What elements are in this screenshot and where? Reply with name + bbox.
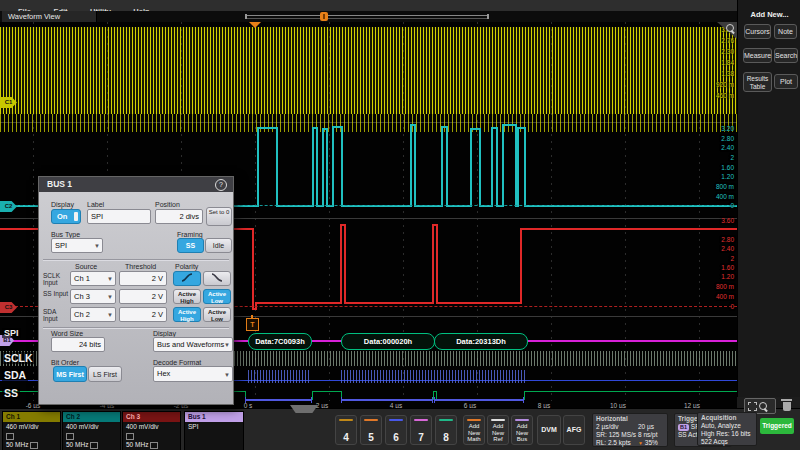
horizontal-scale: 2 µs/div	[596, 423, 638, 431]
framing-idle-button[interactable]: Idle	[205, 238, 232, 253]
chevron-down-icon: ▼	[107, 291, 113, 304]
trigger-source-badge: B1	[678, 424, 689, 431]
framing-label: Framing	[177, 231, 203, 238]
divider	[43, 259, 229, 260]
label-label: Label	[87, 201, 104, 208]
ch2-badge[interactable]: Ch 2 400 mV/div 50 MHz	[62, 411, 121, 450]
chevron-down-icon: ▼	[107, 273, 113, 286]
sclk-source-dropdown[interactable]: Ch 1▼	[70, 271, 116, 286]
ch2-bandwidth: 50 MHz	[66, 441, 88, 448]
ch1-scale-label: 460 m	[716, 92, 734, 100]
divider	[43, 327, 229, 328]
probe-icon	[126, 433, 134, 440]
ss-source-dropdown[interactable]: Ch 3▼	[70, 289, 116, 304]
ch6-button[interactable]: 6	[385, 415, 407, 445]
ch7-button[interactable]: 7	[410, 415, 432, 445]
ss-input-label: SS Input	[43, 290, 69, 297]
measure-button[interactable]: Measure	[743, 48, 772, 63]
horizontal-panel[interactable]: Horizontal 2 µs/div20 µs SR: 125 MS/s8 n…	[592, 413, 668, 447]
source-column-header: Source	[75, 263, 97, 270]
probe-icon	[6, 433, 14, 440]
sda-active-high-button[interactable]: Active High	[173, 307, 201, 322]
search-button[interactable]: Search	[774, 48, 798, 63]
word-size-input[interactable]: 24 bits	[51, 337, 105, 352]
set-to-zero-button[interactable]: Set to 0	[206, 207, 232, 226]
bus1-type: SPI	[185, 422, 243, 431]
sclk-label: SCLK	[2, 352, 35, 364]
cursors-button[interactable]: Cursors	[744, 24, 771, 39]
ss-active-low-button[interactable]: Active Low	[203, 289, 231, 304]
display-mode-label: Display	[153, 330, 176, 337]
ch1-scale-label: 1.38	[721, 70, 734, 78]
bus-color-stripe	[515, 419, 529, 421]
polarity-falling-button[interactable]	[203, 271, 231, 286]
tab-waveform-view[interactable]: Waveform View	[2, 11, 97, 22]
sda-label: SDA	[2, 369, 28, 381]
trigger-event-marker[interactable]: T	[246, 318, 259, 331]
sda-active-low-button[interactable]: Active Low	[203, 307, 231, 322]
add-new-bus-button[interactable]: Add New Bus	[511, 415, 533, 445]
note-button[interactable]: Note	[774, 24, 797, 39]
position-input[interactable]: 2 divs	[155, 209, 203, 224]
trigger-position-marker[interactable]	[320, 12, 328, 21]
sclk-source-value: Ch 1	[74, 274, 90, 283]
ch3-badge[interactable]: Ch 3 400 mV/div 50 MHz	[122, 411, 181, 450]
add-new-math-button[interactable]: Add New Math	[463, 415, 485, 445]
ms-first-button[interactable]: MS First	[53, 366, 87, 382]
bus1-badge[interactable]: Bus 1 SPI	[184, 411, 244, 450]
framing-ss-button[interactable]: SS	[177, 238, 204, 253]
trash-icon[interactable]	[780, 398, 793, 412]
time-label: 6 µs	[453, 402, 487, 408]
bus-label-input[interactable]: SPI	[87, 209, 151, 224]
dvm-button[interactable]: DVM	[537, 415, 561, 445]
ch3-scale-label: 1.60	[721, 264, 734, 272]
sclk-threshold-input[interactable]: 2 V	[119, 271, 167, 286]
horizontal-span: 20 µs	[638, 423, 654, 431]
frame-extent-bar	[434, 399, 524, 401]
ch8-button[interactable]: 8	[435, 415, 457, 445]
horizontal-position-slider[interactable]	[245, 14, 489, 19]
ch3-scale-label: 2	[730, 255, 734, 263]
ch1-badge[interactable]: Ch 1 460 mV/div 50 MHz	[2, 411, 61, 450]
ch5-button[interactable]: 5	[360, 415, 382, 445]
bus1-badge-title: Bus 1	[185, 412, 243, 422]
ch4-button[interactable]: 4	[335, 415, 357, 445]
frame-extent-bar	[245, 399, 312, 401]
ch2-scale-setting: 400 mV/div	[63, 422, 120, 431]
ch1-scale-setting: 460 mV/div	[3, 422, 60, 431]
sda-threshold-input[interactable]: 2 V	[119, 307, 167, 322]
bus-decode-frame: Data:7C0093h	[248, 333, 312, 350]
decode-format-value: Hex	[157, 369, 170, 378]
ch1-scale-label: 2.76	[721, 37, 734, 45]
plot-button[interactable]: Plot	[774, 74, 798, 89]
acquisition-panel[interactable]: Acquisition Auto, Analyze High Res: 16 b…	[697, 412, 757, 446]
bus-type-dropdown[interactable]: SPI▼	[51, 238, 103, 253]
sda-activity	[248, 370, 310, 383]
display-toggle[interactable]: On	[51, 209, 81, 224]
results-table-button[interactable]: Results Table	[743, 72, 772, 92]
decode-format-dropdown[interactable]: Hex▼	[153, 366, 233, 382]
record-length: RL: 2.5 kpts	[596, 439, 638, 447]
ss-active-high-button[interactable]: Active High	[173, 289, 201, 304]
display-mode-dropdown[interactable]: Bus and Waveforms▼	[153, 337, 233, 352]
afg-button[interactable]: AFG	[563, 415, 585, 445]
bandwidth-icon	[30, 442, 38, 449]
ch3-scale-label: 1.20	[721, 273, 734, 281]
bus-decode-frame: Data:20313Dh	[434, 333, 528, 350]
horizontal-title: Horizontal	[596, 415, 664, 423]
ls-first-button[interactable]: LS First	[88, 366, 122, 382]
add-new-ref-button[interactable]: Add New Ref	[487, 415, 509, 445]
ch1-scale-label: 2.30	[721, 48, 734, 56]
ch2-scale-label: 1.60	[721, 164, 734, 172]
ch3-bandwidth: 50 MHz	[126, 441, 148, 448]
sda-source-dropdown[interactable]: Ch 2▼	[70, 307, 116, 322]
help-icon[interactable]: ?	[215, 179, 227, 191]
sda-activity	[434, 370, 526, 383]
ss-threshold-input[interactable]: 2 V	[119, 289, 167, 304]
trigger-position-percent: 35%	[645, 439, 658, 446]
polarity-rising-button[interactable]	[173, 271, 201, 286]
dialog-title-bar[interactable]: BUS 1	[39, 177, 233, 192]
position-label: Position	[155, 201, 180, 208]
acquisition-analyze: Analyze	[718, 422, 741, 429]
ch1-badge-title: Ch 1	[3, 412, 60, 422]
